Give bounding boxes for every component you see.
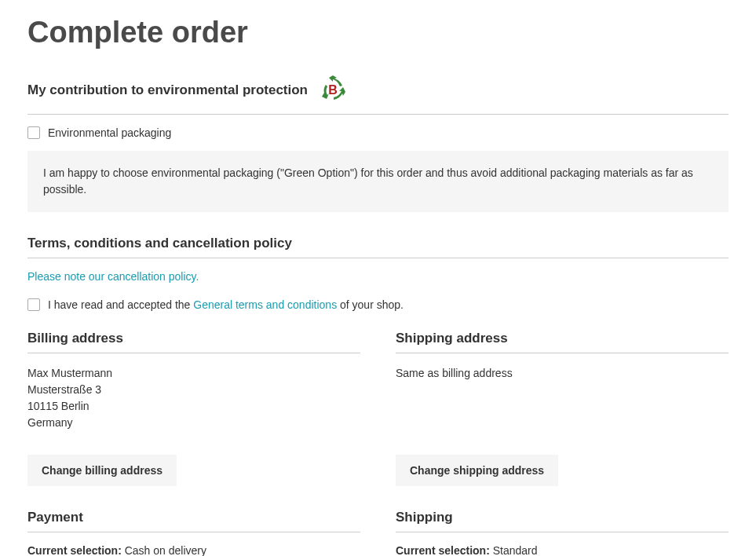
- env-packaging-checkbox[interactable]: [27, 126, 40, 139]
- payment-selection-value: Cash on delivery: [122, 544, 206, 556]
- terms-prefix: I have read and accepted the: [48, 298, 193, 311]
- shipping-selection: Current selection: Standard: [396, 544, 729, 556]
- billing-address-text: Max Mustermann Musterstraße 3 10115 Berl…: [27, 365, 360, 431]
- change-shipping-button[interactable]: Change shipping address: [396, 455, 558, 486]
- terms-accept-text: I have read and accepted the General ter…: [48, 298, 404, 311]
- payment-selection-label: Current selection:: [27, 544, 122, 556]
- billing-country: Germany: [27, 415, 360, 431]
- page-title: Complete order: [27, 16, 729, 49]
- svg-text:B: B: [328, 83, 338, 97]
- billing-address-header: Billing address: [27, 331, 360, 353]
- env-checkbox-label: Environmental packaging: [48, 126, 171, 139]
- env-info-box: I am happy to choose environmental packa…: [27, 151, 729, 212]
- env-heading-text: My contribution to environmental protect…: [27, 82, 308, 98]
- payment-selection: Current selection: Cash on delivery: [27, 544, 360, 556]
- recycle-icon: B: [316, 73, 350, 108]
- terms-suffix: of your shop.: [337, 298, 404, 311]
- change-billing-button[interactable]: Change billing address: [27, 455, 177, 486]
- billing-street: Musterstraße 3: [27, 382, 360, 398]
- shipping-address-header: Shipping address: [396, 331, 729, 353]
- shipping-address-text: Same as billing address: [396, 365, 729, 431]
- cancellation-policy-link[interactable]: Please note our cancellation policy.: [27, 270, 729, 283]
- billing-city: 10115 Berlin: [27, 398, 360, 415]
- terms-accept-row: I have read and accepted the General ter…: [27, 298, 729, 311]
- billing-name: Max Mustermann: [27, 365, 360, 382]
- env-section-header: My contribution to environmental protect…: [27, 73, 729, 115]
- shipping-selection-value: Standard: [490, 544, 538, 556]
- shipping-same-text: Same as billing address: [396, 365, 729, 382]
- payment-header: Payment: [27, 510, 360, 532]
- shipping-selection-label: Current selection:: [396, 544, 490, 556]
- shipping-header: Shipping: [396, 510, 729, 532]
- terms-conditions-link[interactable]: General terms and conditions: [193, 298, 337, 311]
- env-checkbox-row: Environmental packaging: [27, 126, 729, 139]
- terms-accept-checkbox[interactable]: [27, 298, 40, 311]
- terms-section-header: Terms, conditions and cancellation polic…: [27, 236, 729, 258]
